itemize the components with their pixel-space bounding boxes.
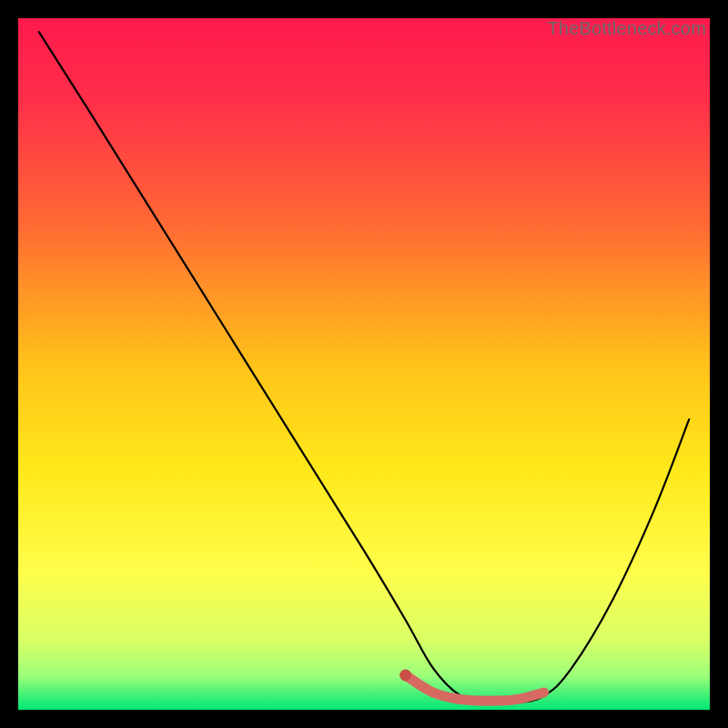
optimal-point-dot bbox=[399, 670, 411, 682]
chart-frame: TheBottleneck.com bbox=[18, 18, 710, 710]
chart-plot-svg bbox=[18, 18, 710, 710]
chart-background bbox=[18, 18, 710, 710]
watermark-text: TheBottleneck.com bbox=[547, 18, 706, 39]
